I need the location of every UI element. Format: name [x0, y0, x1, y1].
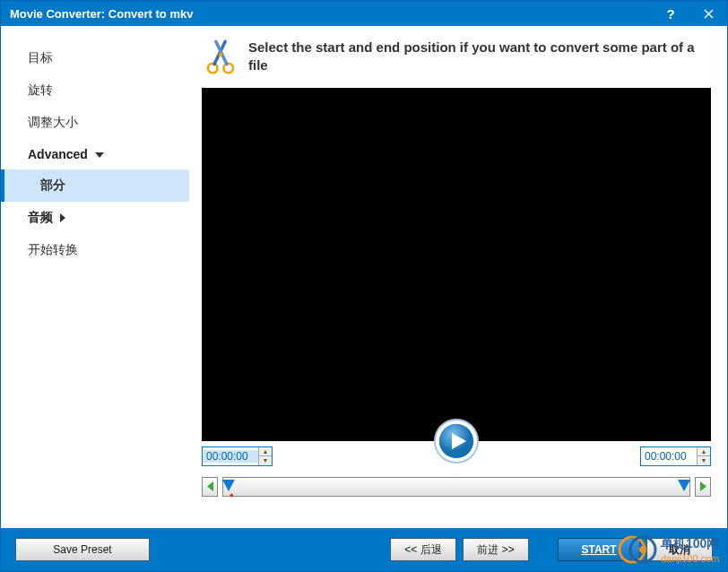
playhead-marker: ◆	[230, 491, 234, 498]
range-slider[interactable]: ◆	[222, 477, 690, 497]
arrow-left-icon	[206, 481, 214, 491]
arrow-right-icon	[699, 481, 707, 491]
chevron-down-icon	[95, 152, 104, 158]
end-time-up[interactable]: ▲	[698, 447, 710, 456]
nav-start-convert[interactable]: 开始转换	[1, 234, 189, 266]
save-preset-button[interactable]: Save Preset	[15, 538, 150, 561]
nav-advanced[interactable]: Advanced	[1, 139, 189, 169]
end-time-input[interactable]	[641, 450, 697, 463]
svg-point-1	[224, 64, 234, 74]
sidebar: 目标 旋转 调整大小 Advanced 部分 音频 开始转换	[1, 26, 189, 528]
svg-point-2	[219, 53, 222, 56]
end-time-down[interactable]: ▼	[698, 456, 710, 465]
nav-audio[interactable]: 音频	[1, 202, 189, 234]
back-button[interactable]: << 后退	[390, 538, 456, 561]
play-button[interactable]	[433, 418, 480, 464]
footer-bar: Save Preset << 后退 前进 >> START 取消	[1, 528, 727, 571]
start-time-up[interactable]: ▲	[259, 447, 272, 456]
window-title: Movie Converter: Convert to mkv	[10, 7, 652, 21]
start-time-down[interactable]: ▼	[259, 456, 272, 465]
start-time-field[interactable]: ▲ ▼	[202, 446, 273, 466]
range-start-handle[interactable]	[222, 480, 235, 491]
start-time-input[interactable]	[203, 450, 258, 463]
nav-rotate[interactable]: 旋转	[1, 74, 189, 107]
nav-part[interactable]: 部分	[1, 169, 189, 202]
end-time-field[interactable]: ▲ ▼	[640, 446, 711, 466]
range-end-handle[interactable]	[678, 480, 690, 491]
video-preview	[202, 88, 711, 441]
nav-target[interactable]: 目标	[1, 42, 189, 74]
close-button[interactable]	[689, 1, 727, 26]
close-icon	[704, 9, 714, 19]
forward-button[interactable]: 前进 >>	[463, 538, 529, 561]
start-button[interactable]: START	[558, 538, 640, 561]
main-panel: Select the start and end position if you…	[189, 26, 727, 528]
titlebar: Movie Converter: Convert to mkv ?	[1, 1, 727, 26]
seek-forward-button[interactable]	[695, 477, 711, 497]
scissors-icon	[202, 37, 239, 74]
svg-point-0	[208, 64, 218, 74]
help-button[interactable]: ?	[652, 1, 689, 26]
nav-resize[interactable]: 调整大小	[1, 107, 189, 139]
seek-back-button[interactable]	[202, 477, 218, 497]
cancel-button[interactable]: 取消	[646, 538, 713, 561]
section-heading: Select the start and end position if you…	[248, 37, 711, 75]
chevron-right-icon	[60, 213, 65, 222]
